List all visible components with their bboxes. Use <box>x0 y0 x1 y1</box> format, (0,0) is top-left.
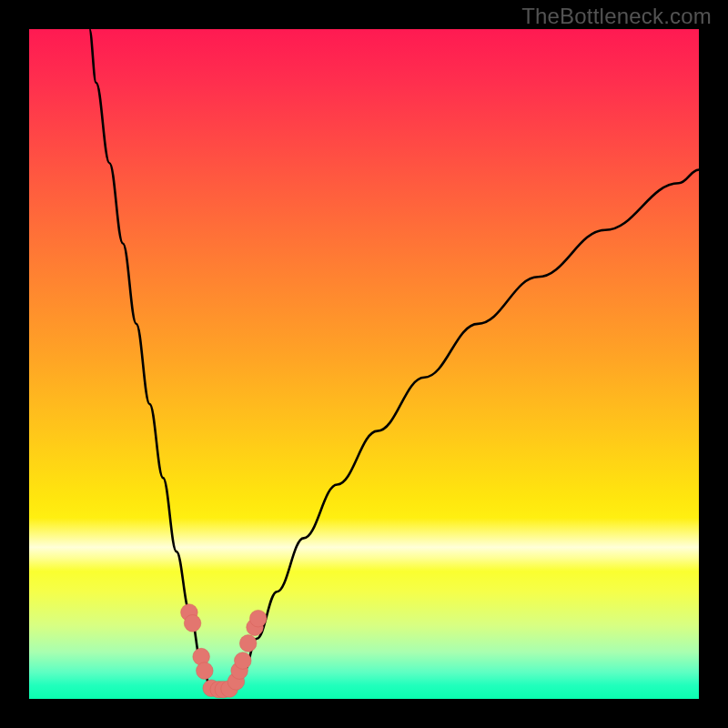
data-marker <box>234 652 251 670</box>
right-curve <box>233 170 699 689</box>
chart-frame: TheBottleneck.com <box>0 0 728 728</box>
data-marker <box>239 635 257 652</box>
data-marker <box>249 610 267 627</box>
data-marker <box>197 662 214 680</box>
data-marker <box>184 615 201 632</box>
left-curve <box>89 29 211 689</box>
plot-area <box>29 29 699 699</box>
watermark: TheBottleneck.com <box>521 4 712 29</box>
marker-group <box>181 604 267 698</box>
curve-layer <box>29 29 699 699</box>
